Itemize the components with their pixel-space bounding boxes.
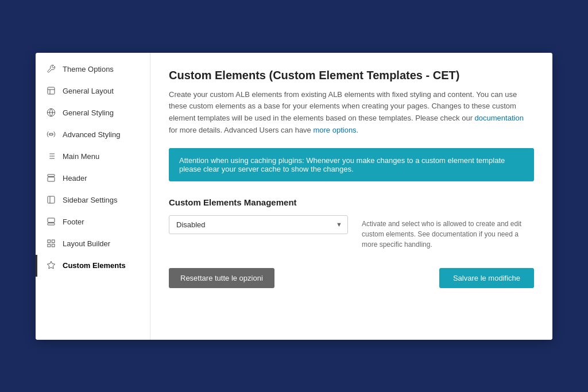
description-text-1: Create your custom ALB elements from exi… — [169, 90, 517, 123]
button-row: Resettare tutte le opzioni Salvare le mo… — [169, 268, 534, 288]
svg-rect-21 — [48, 244, 51, 247]
main-content: Custom Elements (Custom Element Template… — [150, 53, 552, 340]
alert-box: Attention when using caching plugins: Wh… — [169, 148, 534, 181]
app-window: Theme Options General Layout General Sty… — [36, 53, 552, 340]
management-section-title: Custom Elements Management — [169, 197, 534, 207]
sidebar-item-general-layout[interactable]: General Layout — [36, 80, 150, 102]
svg-rect-17 — [48, 223, 55, 224]
sidebar-item-sidebar-settings[interactable]: Sidebar Settings — [36, 189, 150, 211]
sidebar-item-theme-options[interactable]: Theme Options — [36, 59, 150, 80]
custom-elements-icon — [47, 261, 57, 271]
svg-rect-14 — [48, 196, 55, 203]
svg-point-5 — [50, 133, 52, 135]
reset-button[interactable]: Resettare tutte le opzioni — [169, 268, 274, 288]
sidebar-item-general-styling-label: General Styling — [63, 108, 114, 117]
sidebar-item-layout-builder-label: Layout Builder — [63, 239, 110, 248]
sidebar-item-main-menu-label: Main Menu — [63, 152, 99, 161]
svg-rect-19 — [52, 240, 55, 243]
footer-icon — [47, 217, 57, 227]
sidebar-item-general-styling[interactable]: General Styling — [36, 102, 150, 124]
svg-rect-18 — [48, 240, 51, 243]
sidebar-item-footer[interactable]: Footer — [36, 211, 150, 233]
svg-rect-12 — [48, 174, 55, 176]
list-icon — [47, 152, 57, 162]
sidebar-item-header[interactable]: Header — [36, 168, 150, 189]
sidebar-item-general-layout-label: General Layout — [63, 87, 114, 95]
builder-icon — [47, 239, 57, 249]
save-button[interactable]: Salvare le modifiche — [439, 268, 534, 288]
sidebar-item-sidebar-settings-label: Sidebar Settings — [63, 196, 117, 204]
sidebar-item-advanced-styling-label: Advanced Styling — [63, 130, 120, 139]
advanced-icon — [47, 130, 57, 140]
select-wrapper: Disabled Administrator Editor Author ▼ — [169, 215, 348, 234]
select-row: Disabled Administrator Editor Author ▼ A… — [169, 215, 534, 250]
page-description: Create your custom ALB elements from exi… — [169, 89, 534, 137]
documentation-link[interactable]: documentation — [475, 114, 524, 122]
alert-text: Attention when using caching plugins: Wh… — [179, 156, 505, 173]
sidebar-item-custom-elements[interactable]: Custom Elements — [36, 255, 150, 277]
svg-rect-0 — [48, 87, 55, 94]
svg-rect-16 — [48, 218, 55, 222]
sidebar-item-theme-options-label: Theme Options — [63, 65, 114, 73]
sidebar-item-custom-elements-label: Custom Elements — [63, 261, 126, 270]
page-title: Custom Elements (Custom Element Template… — [169, 69, 534, 82]
svg-marker-22 — [47, 261, 55, 269]
sidebar-item-header-label: Header — [63, 174, 87, 183]
globe-icon — [47, 108, 57, 118]
header-icon — [47, 173, 57, 184]
sidebar-item-advanced-styling[interactable]: Advanced Styling — [36, 124, 150, 146]
layout-icon — [47, 86, 57, 96]
sidebar-icon — [47, 195, 57, 205]
select-description: Activate and select who is allowed to cr… — [362, 215, 534, 250]
sidebar: Theme Options General Layout General Sty… — [36, 53, 150, 340]
description-text-2: for more details. Advanced Users can hav… — [169, 126, 313, 134]
svg-rect-13 — [48, 177, 55, 181]
sidebar-item-layout-builder[interactable]: Layout Builder — [36, 233, 150, 255]
more-options-link[interactable]: more options. — [313, 126, 358, 134]
sidebar-item-footer-label: Footer — [63, 218, 84, 226]
management-select[interactable]: Disabled Administrator Editor Author — [169, 215, 348, 234]
svg-rect-20 — [52, 244, 55, 247]
sidebar-item-main-menu[interactable]: Main Menu — [36, 146, 150, 168]
wrench-icon — [47, 64, 57, 75]
